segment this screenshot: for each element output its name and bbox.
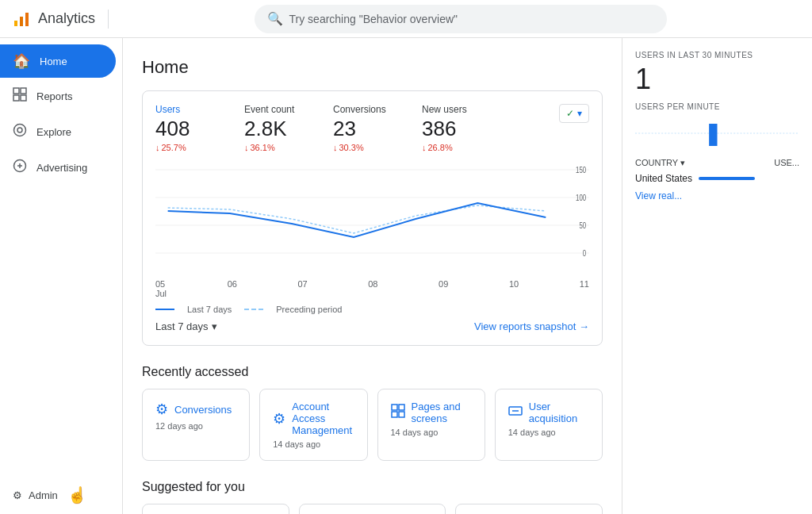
- svg-rect-0: [14, 21, 17, 26]
- stat-conversions: Conversions 23 ↓ 30.3%: [333, 104, 396, 152]
- chevron-down-icon: ▾: [212, 320, 217, 332]
- admin-button[interactable]: ⚙ Admin ☝: [0, 476, 122, 514]
- preceding-legend-label: Preceding period: [276, 305, 342, 314]
- realtime-panel: USERS IN LAST 30 MINUTES 1 USERS PER MIN…: [622, 38, 812, 514]
- svg-rect-25: [709, 124, 717, 146]
- page-title: Home: [142, 57, 603, 78]
- svg-rect-6: [21, 95, 26, 101]
- country-header: COUNTRY ▾ USE...: [635, 158, 799, 168]
- home-icon: 🏠: [13, 52, 30, 70]
- chart-container: 150 100 50 0: [155, 162, 589, 273]
- conversions-icon: ⚙: [155, 401, 168, 418]
- svg-rect-5: [13, 95, 19, 101]
- recent-card-pages-title: Pages and screens: [412, 401, 472, 424]
- sidebar-item-reports[interactable]: Reports: [0, 79, 116, 113]
- svg-rect-20: [392, 412, 397, 417]
- recent-card-access-time: 14 days ago: [273, 439, 354, 449]
- stat-users-label: Users: [155, 104, 219, 115]
- sidebar: 🏠 Home Reports Explore Advertising ⚙ Adm…: [0, 38, 123, 514]
- last7-legend-label: Last 7 days: [187, 305, 232, 314]
- recently-accessed-cards: ⚙ Conversions 12 days ago ⚙ Account Acce…: [142, 389, 603, 461]
- view-reports-link[interactable]: View reports snapshot →: [474, 320, 589, 332]
- upm-label: USERS PER MINUTE: [635, 102, 799, 111]
- recently-accessed-title: Recently accessed: [142, 365, 603, 379]
- realtime-count: 1: [635, 63, 799, 96]
- upm-bar-chart: [635, 117, 799, 149]
- stat-conversions-label: Conversions: [333, 104, 396, 115]
- content-area: Home Users 408 ↓ 25.7% Event count 2.8K: [123, 38, 812, 514]
- access-management-icon: ⚙: [273, 410, 285, 428]
- chart-legend: Last 7 days Preceding period: [155, 305, 589, 314]
- country-bar-us: [699, 177, 755, 180]
- sidebar-spacer: [0, 186, 122, 476]
- suggested-card-users[interactable]: Users ▾ by Country ID ▾ ✓ ▾ COUNTRY ID U…: [299, 504, 446, 514]
- recent-card-acquisition-time: 14 days ago: [508, 428, 589, 437]
- pages-screens-icon: [391, 404, 405, 422]
- svg-text:150: 150: [576, 166, 586, 175]
- sidebar-item-reports-label: Reports: [36, 90, 73, 102]
- suggested-section: Suggested for you Sessions ▾ bySession d…: [142, 480, 603, 514]
- stats-card: Users 408 ↓ 25.7% Event count 2.8K ↓ 36.…: [142, 90, 603, 346]
- svg-rect-18: [392, 405, 397, 410]
- sidebar-item-explore[interactable]: Explore: [0, 115, 116, 149]
- arrow-down-icon4: ↓: [422, 143, 427, 152]
- layout: 🏠 Home Reports Explore Advertising ⚙ Adm…: [0, 38, 812, 514]
- recent-card-conversions[interactable]: ⚙ Conversions 12 days ago: [142, 389, 250, 461]
- stat-users-value: 408: [155, 117, 219, 141]
- svg-point-8: [17, 128, 22, 132]
- explore-icon: [13, 123, 27, 141]
- preceding-legend-line: [244, 309, 263, 310]
- stat-new-users: New users 386 ↓ 26.8%: [422, 104, 485, 152]
- country-label: COUNTRY ▾: [635, 158, 685, 168]
- svg-rect-19: [399, 405, 404, 410]
- dropdown-icon: ▾: [577, 108, 582, 119]
- sidebar-item-advertising[interactable]: Advertising: [0, 151, 116, 185]
- admin-label: Admin: [29, 489, 58, 501]
- status-button[interactable]: ✓ ▾: [559, 104, 589, 123]
- recent-card-pages-time: 14 days ago: [391, 428, 472, 437]
- main-content: Home Users 408 ↓ 25.7% Event count 2.8K: [123, 38, 622, 514]
- svg-rect-1: [20, 17, 23, 26]
- suggested-card-sessions[interactable]: Sessions ▾ bySession default c... ▾ ✓ ▾ …: [142, 504, 289, 514]
- recently-accessed-section: Recently accessed ⚙ Conversions 12 days …: [142, 365, 603, 461]
- logo: Analytics: [13, 10, 95, 29]
- topbar: Analytics 🔍 Try searching "Behavior over…: [0, 0, 812, 38]
- stat-new-users-value: 386: [422, 117, 485, 141]
- analytics-logo-icon: [13, 10, 32, 29]
- svg-text:100: 100: [576, 194, 586, 202]
- search-bar[interactable]: 🔍 Try searching "Behavior overview": [255, 5, 667, 33]
- user-acquisition-icon: [508, 404, 523, 422]
- recent-card-access-management[interactable]: ⚙ Account Access Management 14 days ago: [259, 389, 367, 461]
- checkmark-icon: ✓: [566, 108, 574, 119]
- search-input-placeholder: Try searching "Behavior overview": [289, 13, 458, 25]
- advertising-icon: [13, 159, 27, 177]
- arrow-down-icon3: ↓: [333, 143, 338, 152]
- country-row-us: United States: [635, 173, 799, 184]
- view-realtime-link[interactable]: View real...: [635, 190, 799, 201]
- sidebar-item-explore-label: Explore: [36, 126, 71, 138]
- date-range-label: Last 7 days: [155, 320, 209, 332]
- stat-conversions-value: 23: [333, 117, 396, 141]
- recent-card-user-acquisition[interactable]: User acquisition 14 days ago: [495, 389, 603, 461]
- stats-row: Users 408 ↓ 25.7% Event count 2.8K ↓ 36.…: [155, 104, 589, 152]
- recent-card-pages-screens[interactable]: Pages and screens 14 days ago: [377, 389, 485, 461]
- recent-card-conversions-time: 12 days ago: [155, 421, 236, 431]
- recent-card-conversions-title: Conversions: [174, 404, 232, 416]
- stat-users-change: ↓ 25.7%: [155, 143, 219, 152]
- svg-rect-2: [25, 13, 29, 26]
- topbar-divider: [108, 10, 109, 29]
- reports-icon: [13, 87, 27, 105]
- suggested-card-views[interactable]: Views byPage title and scree... ▾ ✓ ▾ PA…: [455, 504, 603, 514]
- sidebar-item-home[interactable]: 🏠 Home: [0, 44, 116, 78]
- stat-users: Users 408 ↓ 25.7%: [155, 104, 219, 152]
- date-range-button[interactable]: Last 7 days ▾: [155, 320, 217, 332]
- svg-point-7: [14, 125, 26, 136]
- stat-new-users-label: New users: [422, 104, 485, 115]
- sidebar-item-home-label: Home: [40, 56, 67, 67]
- svg-text:50: 50: [579, 221, 586, 230]
- stat-new-users-change: ↓ 26.8%: [422, 143, 485, 152]
- card-footer: Last 7 days ▾ View reports snapshot →: [155, 320, 589, 332]
- recent-card-acquisition-title: User acquisition: [529, 401, 589, 424]
- country-dropdown[interactable]: COUNTRY ▾: [635, 158, 685, 168]
- chart-x-labels: 05Jul 06 07 08 09 10 11: [155, 279, 589, 301]
